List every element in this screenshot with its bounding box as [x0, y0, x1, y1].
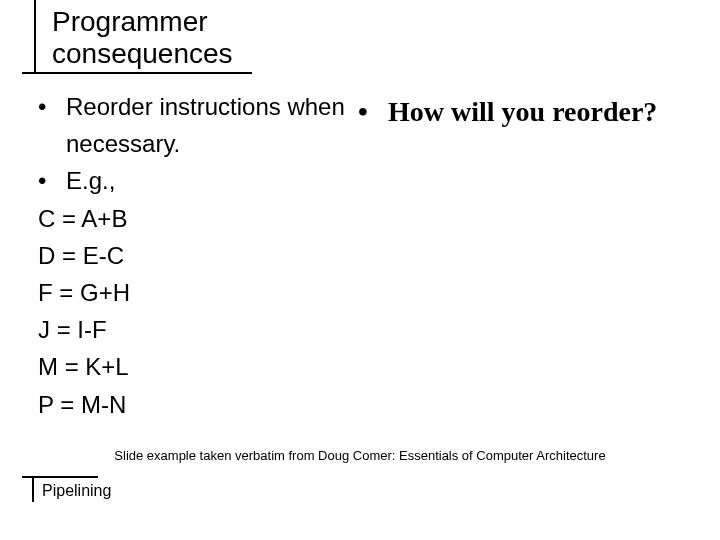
- bullet-item: • Reorder instructions when necessary.: [38, 88, 358, 162]
- content-area: • Reorder instructions when necessary. •…: [38, 88, 700, 423]
- footer-label: Pipelining: [22, 478, 111, 500]
- footer-section: Pipelining: [22, 478, 111, 500]
- bullet-dot: •: [358, 94, 388, 129]
- attribution-text: Slide example taken verbatim from Doug C…: [0, 448, 720, 463]
- bullet-item: • E.g.,: [38, 162, 358, 199]
- bullet-dot: •: [38, 162, 66, 199]
- equation-line: J = I-F: [38, 311, 358, 348]
- title-section: Programmer consequences: [22, 6, 252, 74]
- bullet-dot: •: [38, 88, 66, 162]
- equation-line: F = G+H: [38, 274, 358, 311]
- equation-line: M = K+L: [38, 348, 358, 385]
- slide-title: Programmer consequences: [22, 6, 252, 72]
- equation-line: D = E-C: [38, 237, 358, 274]
- bullet-text: Reorder instructions when necessary.: [66, 88, 358, 162]
- equation-line: C = A+B: [38, 200, 358, 237]
- bullet-item: • How will you reorder?: [358, 94, 657, 129]
- question-text: How will you reorder?: [388, 94, 657, 129]
- right-column: • How will you reorder?: [358, 88, 657, 423]
- left-column: • Reorder instructions when necessary. •…: [38, 88, 358, 423]
- bullet-text: E.g.,: [66, 162, 115, 199]
- equation-line: P = M-N: [38, 386, 358, 423]
